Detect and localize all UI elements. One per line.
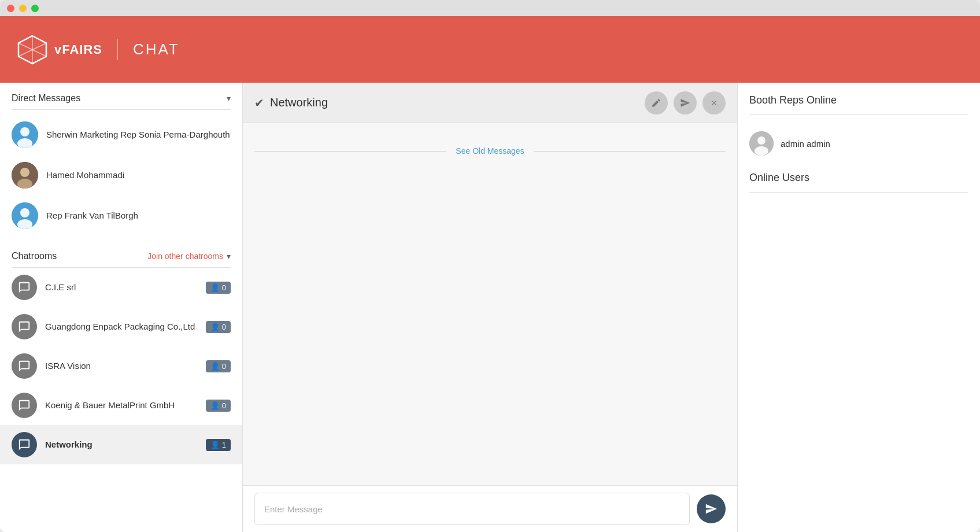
chatroom-name: Koenig & Bauer MetalPrint GmbH xyxy=(45,400,175,410)
message-input[interactable] xyxy=(254,493,690,525)
chatroom-icon xyxy=(12,314,37,339)
join-chatrooms-link[interactable]: Join other chatrooms xyxy=(147,252,223,261)
chatroom-info: Guangdong Enpack Packaging Co.,Ltd xyxy=(45,322,198,332)
svg-point-5 xyxy=(20,127,29,136)
dm-item[interactable]: Sherwin Marketing Rep Sonia Perna-Dargho… xyxy=(0,114,242,155)
close-chat-button[interactable] xyxy=(702,91,726,114)
som-line-right xyxy=(534,151,726,152)
vfairs-logo-icon xyxy=(17,35,47,65)
room-name: Networking xyxy=(270,96,328,109)
chatrooms-arrow-icon[interactable]: ▾ xyxy=(227,252,231,261)
member-count-badge: 👤 0 xyxy=(206,400,231,412)
direct-messages-title: Direct Messages xyxy=(12,93,80,104)
som-line-left xyxy=(254,151,446,152)
chatroom-name: Guangdong Enpack Packaging Co.,Ltd xyxy=(45,322,195,331)
dm-name: Sherwin Marketing Rep Sonia Perna-Dargho… xyxy=(46,129,230,141)
app-header: vFAIRS CHAT xyxy=(0,16,980,83)
logo-area: vFAIRS CHAT xyxy=(17,35,180,65)
see-old-messages-link[interactable]: See Old Messages xyxy=(446,146,533,156)
chat-messages: See Old Messages xyxy=(243,123,737,485)
online-users-title: Online Users xyxy=(749,172,968,184)
send-button-header[interactable] xyxy=(674,91,697,114)
chatroom-item[interactable]: Koenig & Bauer MetalPrint GmbH 👤 0 xyxy=(0,386,242,425)
sidebar: Direct Messages ▾ Sher xyxy=(0,83,243,532)
maximize-button[interactable] xyxy=(31,5,39,12)
title-bar xyxy=(0,0,980,16)
chat-input-area xyxy=(243,485,737,532)
brand-name: vFAIRS xyxy=(54,42,102,57)
chatroom-name: ISRA Vision xyxy=(45,361,91,371)
edit-button[interactable] xyxy=(645,91,668,114)
avatar xyxy=(749,131,774,156)
chatroom-item[interactable]: ISRA Vision 👤 0 xyxy=(0,346,242,386)
count: 0 xyxy=(222,401,226,410)
dm-name: Rep Frank Van TilBorgh xyxy=(46,210,138,221)
chatroom-icon xyxy=(12,432,37,457)
chatroom-info: ISRA Vision xyxy=(45,361,198,371)
chat-actions xyxy=(645,91,726,114)
chatrooms-header-right: Join other chatrooms ▾ xyxy=(147,252,231,261)
svg-point-11 xyxy=(20,208,29,217)
member-count-badge: 👤 0 xyxy=(206,321,231,333)
main-content: Direct Messages ▾ Sher xyxy=(0,83,980,532)
right-panel: Booth Reps Online admin admin Online Use… xyxy=(737,83,980,532)
count: 1 xyxy=(222,441,226,449)
chatrooms-header: Chatrooms Join other chatrooms ▾ xyxy=(0,241,242,267)
booth-rep-name: admin admin xyxy=(781,139,830,149)
chatroom-info: Networking xyxy=(45,439,198,450)
person-icon: 👤 xyxy=(210,401,220,410)
booth-rep-item: admin admin xyxy=(749,127,968,160)
close-button[interactable] xyxy=(7,5,14,12)
minimize-button[interactable] xyxy=(19,5,27,12)
direct-messages-arrow-icon[interactable]: ▾ xyxy=(227,94,231,103)
direct-messages-header: Direct Messages ▾ xyxy=(0,83,242,109)
chatroom-item[interactable]: Guangdong Enpack Packaging Co.,Ltd 👤 0 xyxy=(0,307,242,346)
send-message-button[interactable] xyxy=(697,494,726,523)
member-count-badge: 👤 0 xyxy=(206,282,231,294)
app: vFAIRS CHAT Direct Messages ▾ xyxy=(0,16,980,532)
chatroom-info: C.I.E srl xyxy=(45,282,198,293)
avatar xyxy=(12,121,38,148)
chat-label: CHAT xyxy=(133,40,180,58)
see-old-messages: See Old Messages xyxy=(254,146,726,156)
person-icon: 👤 xyxy=(210,362,220,371)
chat-title: ✔ Networking xyxy=(254,96,328,110)
logo-divider xyxy=(117,39,118,60)
count: 0 xyxy=(222,283,226,292)
chatrooms-title: Chatrooms xyxy=(12,251,57,261)
avatar xyxy=(12,162,38,189)
avatar xyxy=(12,202,38,229)
booth-reps-divider xyxy=(749,114,968,115)
chatroom-info: Koenig & Bauer MetalPrint GmbH xyxy=(45,400,198,411)
chatroom-icon xyxy=(12,393,37,418)
svg-point-15 xyxy=(755,146,768,156)
chatroom-item-networking[interactable]: Networking 👤 1 xyxy=(0,425,242,464)
chat-area: ✔ Networking xyxy=(243,83,737,532)
dm-list: Sherwin Marketing Rep Sonia Perna-Dargho… xyxy=(0,110,242,241)
chatroom-icon xyxy=(12,275,37,300)
person-icon: 👤 xyxy=(210,283,220,292)
svg-point-8 xyxy=(20,168,29,177)
svg-point-14 xyxy=(757,136,765,145)
chatroom-name: Networking xyxy=(45,439,93,449)
chatroom-icon xyxy=(12,353,37,379)
chat-header: ✔ Networking xyxy=(243,83,737,123)
chatroom-item[interactable]: C.I.E srl 👤 0 xyxy=(0,268,242,307)
dm-item[interactable]: Rep Frank Van TilBorgh xyxy=(0,195,242,236)
dm-name: Hamed Mohammadi xyxy=(46,169,124,181)
count: 0 xyxy=(222,362,226,371)
member-count-badge: 👤 1 xyxy=(206,439,231,451)
app-window: vFAIRS CHAT Direct Messages ▾ xyxy=(0,0,980,532)
person-icon: 👤 xyxy=(210,441,220,449)
booth-reps-title: Booth Reps Online xyxy=(749,94,968,106)
count: 0 xyxy=(222,323,226,331)
check-icon: ✔ xyxy=(254,96,264,110)
person-icon: 👤 xyxy=(210,323,220,331)
chatroom-name: C.I.E srl xyxy=(45,282,76,292)
dm-item[interactable]: Hamed Mohammadi xyxy=(0,155,242,195)
online-users-divider xyxy=(749,192,968,193)
member-count-badge: 👤 0 xyxy=(206,360,231,372)
